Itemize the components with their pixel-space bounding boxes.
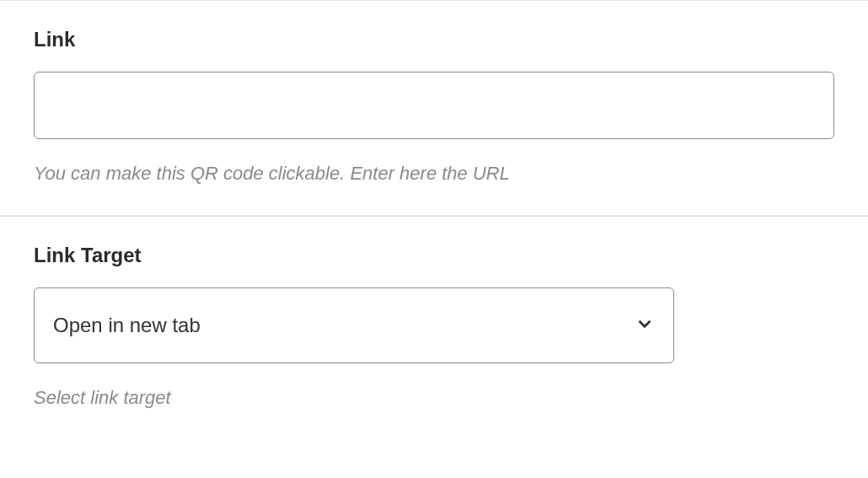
link-target-selected[interactable]: Open in new tab <box>34 287 674 363</box>
link-target-help-text: Select link target <box>34 387 834 409</box>
link-label: Link <box>34 28 834 51</box>
link-target-section: Link Target Open in new tab Select link … <box>0 216 868 439</box>
link-target-label: Link Target <box>34 244 834 267</box>
link-section: Link You can make this QR code clickable… <box>0 0 868 216</box>
link-help-text: You can make this QR code clickable. Ent… <box>34 163 834 185</box>
link-input[interactable] <box>34 72 834 139</box>
link-target-selected-text: Open in new tab <box>53 314 201 337</box>
link-target-select[interactable]: Open in new tab <box>34 287 674 363</box>
